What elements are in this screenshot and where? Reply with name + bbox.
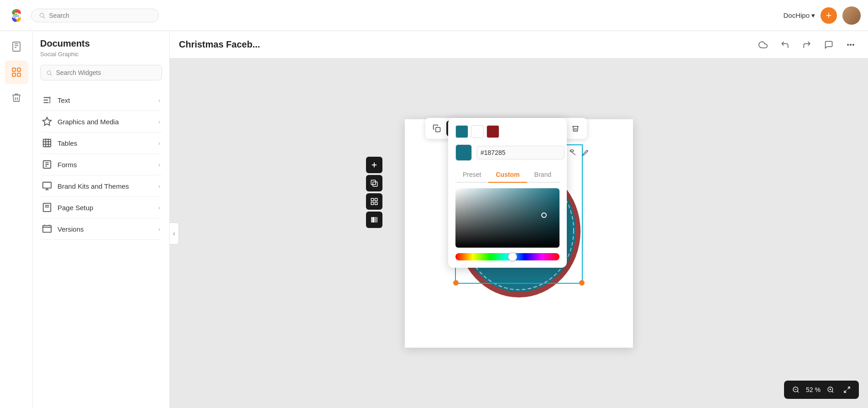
hue-slider[interactable]: [455, 253, 559, 260]
fullscreen-button[interactable]: [841, 383, 853, 396]
sidebar-item-trash[interactable]: [5, 86, 28, 110]
svg-point-2: [40, 13, 43, 17]
undo-icon: [780, 40, 790, 49]
zoom-in-icon: [827, 386, 834, 393]
undo-button[interactable]: [777, 37, 793, 53]
cloud-save-button[interactable]: [755, 37, 771, 53]
brandkits-icon: [42, 181, 52, 191]
tables-chevron: ›: [158, 140, 160, 147]
barcode-button[interactable]: [366, 212, 382, 228]
header-actions: [755, 37, 859, 53]
svg-marker-14: [43, 117, 51, 125]
add-element-button[interactable]: [366, 157, 382, 173]
svg-point-34: [853, 44, 854, 45]
color-picker-top: #187285: [455, 144, 559, 161]
delete-button[interactable]: [568, 121, 583, 136]
graphics-label: Graphics and Media: [58, 118, 153, 126]
panel-title: Documents: [40, 38, 162, 49]
widget-menu-brandkits[interactable]: Brand Kits and Themes ›: [40, 175, 162, 197]
svg-rect-54: [375, 198, 377, 201]
text-icon: [42, 95, 52, 105]
copy-icon: [433, 124, 441, 132]
cloud-icon: [758, 40, 768, 49]
delete-icon: [571, 124, 580, 132]
swatch-white[interactable]: [471, 125, 484, 138]
search-widgets[interactable]: [40, 65, 162, 80]
color-tabs: Preset Custom Brand: [455, 167, 559, 183]
redo-icon: [802, 40, 811, 49]
widget-menu-graphics[interactable]: Graphics and Media ›: [40, 111, 162, 132]
topbar: DocHipo ▾ +: [0, 0, 868, 31]
canvas-area: Christmas Faceb...: [170, 31, 868, 408]
sidebar-item-widget[interactable]: [5, 60, 28, 84]
fill-replace-button[interactable]: [569, 146, 576, 159]
svg-rect-4: [13, 42, 20, 51]
svg-line-67: [797, 391, 799, 392]
zoom-out-button[interactable]: [790, 383, 802, 396]
svg-rect-56: [375, 202, 377, 205]
svg-line-73: [847, 387, 850, 389]
tab-preset[interactable]: Preset: [455, 167, 488, 183]
pagesetup-icon: [42, 202, 52, 212]
svg-rect-9: [17, 68, 21, 71]
swatch-row: [455, 125, 559, 138]
sidebar-item-document[interactable]: [5, 35, 28, 58]
grid-button[interactable]: [366, 193, 382, 210]
search-icon: [39, 12, 46, 19]
comment-icon: [824, 40, 833, 49]
search-input[interactable]: [49, 12, 151, 19]
tab-custom[interactable]: Custom: [488, 167, 527, 183]
search-widgets-input[interactable]: [56, 69, 156, 76]
svg-rect-55: [371, 202, 373, 205]
zoom-out-icon: [792, 386, 800, 393]
topbar-right: DocHipo ▾ +: [783, 6, 861, 25]
more-button[interactable]: [842, 37, 859, 53]
text-label: Text: [58, 96, 153, 104]
svg-line-74: [844, 390, 847, 392]
text-chevron: ›: [158, 97, 160, 104]
duplicate-icon: [370, 179, 378, 187]
tab-brand[interactable]: Brand: [527, 167, 559, 183]
brandkits-chevron: ›: [158, 183, 160, 190]
graphics-icon: [42, 117, 52, 127]
copy-button[interactable]: [429, 121, 444, 136]
panel-collapse-button[interactable]: ‹: [170, 223, 179, 244]
svg-line-70: [832, 391, 833, 392]
document-icon: [11, 41, 22, 52]
eyedropper-icon: [581, 149, 588, 156]
fill-icon: [569, 149, 576, 156]
hex-input[interactable]: #187285: [476, 146, 565, 159]
swatch-red[interactable]: [486, 125, 499, 138]
add-button[interactable]: +: [821, 7, 837, 24]
widget-menu-forms[interactable]: Forms ›: [40, 154, 162, 175]
swatch-teal[interactable]: [455, 125, 468, 138]
color-swatch-large[interactable]: [455, 144, 472, 161]
eyedropper-button[interactable]: [581, 146, 588, 159]
search-widgets-icon: [46, 69, 52, 76]
redo-button[interactable]: [799, 37, 815, 53]
avatar[interactable]: [842, 6, 861, 25]
widget-menu-versions[interactable]: Versions ›: [40, 218, 162, 240]
search-box[interactable]: [31, 9, 159, 22]
grid-icon: [370, 197, 378, 206]
widget-panel: Documents Social Graphic Text › Graphics…: [33, 31, 170, 408]
gradient-canvas[interactable]: [455, 188, 559, 248]
dochipo-button[interactable]: DocHipo ▾: [783, 11, 815, 20]
svg-rect-11: [17, 73, 21, 76]
logo[interactable]: [7, 6, 26, 25]
svg-rect-15: [43, 139, 51, 147]
plus-icon: [370, 161, 378, 169]
comment-button[interactable]: [821, 37, 837, 53]
widget-menu-text[interactable]: Text ›: [40, 90, 162, 111]
duplicate-button[interactable]: [366, 175, 382, 191]
svg-line-13: [50, 74, 52, 75]
widget-menu-tables[interactable]: Tables ›: [40, 132, 162, 154]
zoom-level: 52 %: [806, 386, 821, 393]
zoom-in-button[interactable]: [824, 383, 837, 396]
canvas-wrapper: ‹ ❄ 🌿 🌿: [170, 58, 868, 408]
versions-label: Versions: [58, 225, 153, 233]
svg-rect-51: [373, 182, 377, 186]
widget-menu-pagesetup[interactable]: Page Setup ›: [40, 197, 162, 218]
forms-label: Forms: [58, 161, 153, 169]
svg-rect-52: [371, 180, 376, 185]
